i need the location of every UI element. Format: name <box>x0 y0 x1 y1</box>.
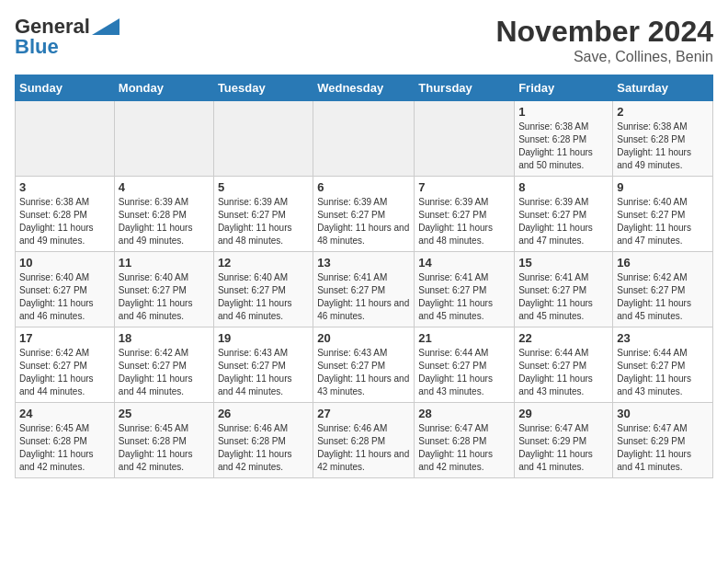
weekday-header: Thursday <box>415 75 515 101</box>
day-info: Sunrise: 6:39 AMSunset: 6:27 PMDaylight:… <box>518 196 609 247</box>
day-info: Sunrise: 6:41 AMSunset: 6:27 PMDaylight:… <box>317 271 410 323</box>
page-header: General Blue November 2024 Save, Colline… <box>15 15 713 65</box>
calendar-cell: 20Sunrise: 6:43 AMSunset: 6:27 PMDayligh… <box>313 327 415 403</box>
calendar-cell: 29Sunrise: 6:47 AMSunset: 6:29 PMDayligh… <box>515 403 613 478</box>
calendar-cell: 18Sunrise: 6:42 AMSunset: 6:27 PMDayligh… <box>114 327 213 403</box>
title-block: November 2024 Save, Collines, Benin <box>495 15 713 65</box>
day-number: 24 <box>19 407 110 420</box>
day-number: 25 <box>119 407 210 420</box>
day-info: Sunrise: 6:44 AMSunset: 6:27 PMDaylight:… <box>518 347 609 398</box>
day-number: 28 <box>418 407 510 420</box>
day-number: 8 <box>518 180 609 194</box>
calendar-cell: 30Sunrise: 6:47 AMSunset: 6:29 PMDayligh… <box>613 403 713 478</box>
day-number: 10 <box>19 256 110 270</box>
day-info: Sunrise: 6:42 AMSunset: 6:27 PMDaylight:… <box>119 347 210 398</box>
day-number: 4 <box>119 180 210 194</box>
day-info: Sunrise: 6:46 AMSunset: 6:28 PMDaylight:… <box>218 422 309 474</box>
day-number: 21 <box>418 331 510 345</box>
calendar-week-row: 17Sunrise: 6:42 AMSunset: 6:27 PMDayligh… <box>16 327 713 403</box>
logo-blue: Blue <box>15 35 59 59</box>
calendar-cell: 14Sunrise: 6:41 AMSunset: 6:27 PMDayligh… <box>415 252 515 327</box>
day-info: Sunrise: 6:47 AMSunset: 6:29 PMDaylight:… <box>617 422 709 474</box>
calendar-cell: 1Sunrise: 6:38 AMSunset: 6:28 PMDaylight… <box>515 101 613 177</box>
calendar-cell: 7Sunrise: 6:39 AMSunset: 6:27 PMDaylight… <box>415 177 515 252</box>
day-number: 17 <box>19 331 110 345</box>
weekday-header: Saturday <box>613 75 713 101</box>
day-number: 1 <box>518 105 609 119</box>
calendar-cell: 16Sunrise: 6:42 AMSunset: 6:27 PMDayligh… <box>613 252 713 327</box>
calendar-cell: 25Sunrise: 6:45 AMSunset: 6:28 PMDayligh… <box>114 403 213 478</box>
calendar-cell <box>114 101 213 177</box>
calendar-cell <box>415 101 515 177</box>
day-info: Sunrise: 6:41 AMSunset: 6:27 PMDaylight:… <box>518 271 609 323</box>
weekday-header: Tuesday <box>213 75 313 101</box>
day-info: Sunrise: 6:42 AMSunset: 6:27 PMDaylight:… <box>19 347 110 398</box>
day-info: Sunrise: 6:45 AMSunset: 6:28 PMDaylight:… <box>19 422 110 474</box>
day-info: Sunrise: 6:41 AMSunset: 6:27 PMDaylight:… <box>418 271 510 323</box>
day-number: 14 <box>418 256 510 270</box>
day-number: 27 <box>317 407 410 420</box>
calendar-cell: 2Sunrise: 6:38 AMSunset: 6:28 PMDaylight… <box>613 101 713 177</box>
calendar-cell <box>16 101 115 177</box>
weekday-header: Wednesday <box>313 75 415 101</box>
calendar-header: SundayMondayTuesdayWednesdayThursdayFrid… <box>16 75 713 101</box>
calendar-cell: 27Sunrise: 6:46 AMSunset: 6:28 PMDayligh… <box>313 403 415 478</box>
day-number: 12 <box>218 256 309 270</box>
day-number: 16 <box>617 256 709 270</box>
day-number: 26 <box>218 407 309 420</box>
day-info: Sunrise: 6:38 AMSunset: 6:28 PMDaylight:… <box>518 121 609 172</box>
calendar-cell: 28Sunrise: 6:47 AMSunset: 6:28 PMDayligh… <box>415 403 515 478</box>
day-number: 9 <box>617 180 709 194</box>
calendar-cell: 4Sunrise: 6:39 AMSunset: 6:28 PMDaylight… <box>114 177 213 252</box>
day-info: Sunrise: 6:39 AMSunset: 6:28 PMDaylight:… <box>119 196 210 247</box>
day-info: Sunrise: 6:38 AMSunset: 6:28 PMDaylight:… <box>19 196 110 247</box>
svg-marker-0 <box>92 18 119 35</box>
calendar-cell: 22Sunrise: 6:44 AMSunset: 6:27 PMDayligh… <box>515 327 613 403</box>
day-number: 13 <box>317 256 410 270</box>
calendar-cell: 19Sunrise: 6:43 AMSunset: 6:27 PMDayligh… <box>213 327 313 403</box>
day-info: Sunrise: 6:39 AMSunset: 6:27 PMDaylight:… <box>218 196 309 247</box>
calendar-cell: 21Sunrise: 6:44 AMSunset: 6:27 PMDayligh… <box>415 327 515 403</box>
calendar-week-row: 3Sunrise: 6:38 AMSunset: 6:28 PMDaylight… <box>16 177 713 252</box>
day-info: Sunrise: 6:40 AMSunset: 6:27 PMDaylight:… <box>119 271 210 323</box>
day-info: Sunrise: 6:39 AMSunset: 6:27 PMDaylight:… <box>317 196 410 247</box>
day-number: 6 <box>317 180 410 194</box>
weekday-header: Friday <box>515 75 613 101</box>
day-info: Sunrise: 6:40 AMSunset: 6:27 PMDaylight:… <box>617 196 709 247</box>
calendar-cell: 13Sunrise: 6:41 AMSunset: 6:27 PMDayligh… <box>313 252 415 327</box>
calendar-cell <box>313 101 415 177</box>
day-number: 22 <box>518 331 609 345</box>
calendar-cell: 23Sunrise: 6:44 AMSunset: 6:27 PMDayligh… <box>613 327 713 403</box>
calendar-cell: 9Sunrise: 6:40 AMSunset: 6:27 PMDaylight… <box>613 177 713 252</box>
calendar-cell: 15Sunrise: 6:41 AMSunset: 6:27 PMDayligh… <box>515 252 613 327</box>
day-number: 7 <box>418 180 510 194</box>
day-info: Sunrise: 6:42 AMSunset: 6:27 PMDaylight:… <box>617 271 709 323</box>
calendar-cell: 24Sunrise: 6:45 AMSunset: 6:28 PMDayligh… <box>16 403 115 478</box>
day-number: 19 <box>218 331 309 345</box>
weekday-header: Sunday <box>16 75 115 101</box>
calendar-week-row: 24Sunrise: 6:45 AMSunset: 6:28 PMDayligh… <box>16 403 713 478</box>
day-info: Sunrise: 6:38 AMSunset: 6:28 PMDaylight:… <box>617 121 709 172</box>
day-number: 2 <box>617 105 709 119</box>
calendar-cell: 26Sunrise: 6:46 AMSunset: 6:28 PMDayligh… <box>213 403 313 478</box>
weekday-header: Monday <box>114 75 213 101</box>
calendar-week-row: 1Sunrise: 6:38 AMSunset: 6:28 PMDaylight… <box>16 101 713 177</box>
day-info: Sunrise: 6:40 AMSunset: 6:27 PMDaylight:… <box>218 271 309 323</box>
calendar-cell: 8Sunrise: 6:39 AMSunset: 6:27 PMDaylight… <box>515 177 613 252</box>
day-number: 3 <box>19 180 110 194</box>
day-number: 20 <box>317 331 410 345</box>
day-info: Sunrise: 6:47 AMSunset: 6:28 PMDaylight:… <box>418 422 510 474</box>
calendar-body: 1Sunrise: 6:38 AMSunset: 6:28 PMDaylight… <box>16 101 713 478</box>
day-number: 29 <box>518 407 609 420</box>
day-number: 5 <box>218 180 309 194</box>
day-number: 11 <box>119 256 210 270</box>
day-number: 23 <box>617 331 709 345</box>
calendar-week-row: 10Sunrise: 6:40 AMSunset: 6:27 PMDayligh… <box>16 252 713 327</box>
day-info: Sunrise: 6:44 AMSunset: 6:27 PMDaylight:… <box>617 347 709 398</box>
calendar-subtitle: Save, Collines, Benin <box>495 49 713 65</box>
day-number: 30 <box>617 407 709 420</box>
calendar-table: SundayMondayTuesdayWednesdayThursdayFrid… <box>15 75 713 478</box>
day-info: Sunrise: 6:40 AMSunset: 6:27 PMDaylight:… <box>19 271 110 323</box>
day-number: 15 <box>518 256 609 270</box>
day-info: Sunrise: 6:45 AMSunset: 6:28 PMDaylight:… <box>119 422 210 474</box>
